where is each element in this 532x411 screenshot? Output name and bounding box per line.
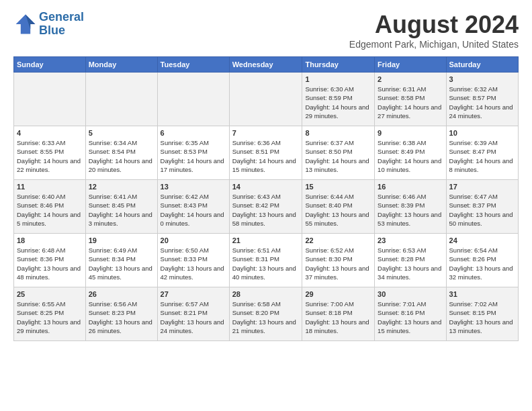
header-row: SundayMondayTuesdayWednesdayThursdayFrid… — [14, 57, 519, 73]
day-cell-24: 24Sunrise: 6:54 AM Sunset: 8:26 PM Dayli… — [446, 234, 518, 287]
day-number: 16 — [378, 183, 443, 191]
header: General Blue August 2024 Edgemont Park, … — [13, 11, 519, 50]
day-number: 7 — [232, 129, 300, 137]
logo: General Blue — [13, 11, 84, 38]
day-number: 20 — [161, 236, 226, 244]
day-cell-31: 31Sunrise: 7:02 AM Sunset: 8:15 PM Dayli… — [446, 287, 518, 341]
day-number: 11 — [17, 183, 83, 191]
day-cell-2: 2Sunrise: 6:31 AM Sunset: 8:58 PM Daylig… — [375, 73, 446, 126]
day-info: Sunrise: 6:58 AM Sunset: 8:20 PM Dayligh… — [232, 300, 300, 335]
day-number: 1 — [305, 75, 371, 83]
day-cell-27: 27Sunrise: 6:57 AM Sunset: 8:21 PM Dayli… — [157, 287, 229, 341]
week-row-2: 4Sunrise: 6:33 AM Sunset: 8:55 PM Daylig… — [14, 126, 519, 180]
day-number: 6 — [161, 129, 226, 137]
day-info: Sunrise: 6:55 AM Sunset: 8:25 PM Dayligh… — [17, 300, 83, 335]
day-number: 8 — [305, 129, 371, 137]
day-cell-1: 1Sunrise: 6:30 AM Sunset: 8:59 PM Daylig… — [302, 73, 375, 126]
header-cell-friday: Friday — [375, 57, 446, 73]
day-number: 14 — [232, 183, 300, 191]
day-number: 25 — [17, 290, 83, 298]
day-info: Sunrise: 6:33 AM Sunset: 8:55 PM Dayligh… — [17, 138, 83, 174]
page: General Blue August 2024 Edgemont Park, … — [0, 0, 532, 348]
day-cell-6: 6Sunrise: 6:35 AM Sunset: 8:53 PM Daylig… — [157, 126, 229, 180]
day-number: 23 — [378, 236, 443, 244]
day-cell-26: 26Sunrise: 6:56 AM Sunset: 8:23 PM Dayli… — [85, 287, 157, 341]
day-cell-empty — [229, 73, 302, 126]
day-cell-10: 10Sunrise: 6:39 AM Sunset: 8:47 PM Dayli… — [446, 126, 518, 180]
day-cell-8: 8Sunrise: 6:37 AM Sunset: 8:50 PM Daylig… — [302, 126, 375, 180]
day-cell-28: 28Sunrise: 6:58 AM Sunset: 8:20 PM Dayli… — [229, 287, 302, 341]
day-info: Sunrise: 6:54 AM Sunset: 8:26 PM Dayligh… — [449, 246, 515, 281]
day-cell-25: 25Sunrise: 6:55 AM Sunset: 8:25 PM Dayli… — [14, 287, 86, 341]
day-cell-20: 20Sunrise: 6:50 AM Sunset: 8:33 PM Dayli… — [157, 234, 229, 287]
day-cell-empty — [85, 73, 157, 126]
week-row-4: 18Sunrise: 6:48 AM Sunset: 8:36 PM Dayli… — [14, 234, 519, 287]
day-info: Sunrise: 6:41 AM Sunset: 8:45 PM Dayligh… — [89, 192, 154, 228]
day-info: Sunrise: 7:02 AM Sunset: 8:15 PM Dayligh… — [449, 300, 515, 335]
header-cell-wednesday: Wednesday — [229, 57, 302, 73]
location: Edgemont Park, Michigan, United States — [349, 39, 519, 50]
day-number: 9 — [378, 129, 443, 137]
day-info: Sunrise: 6:56 AM Sunset: 8:23 PM Dayligh… — [89, 300, 154, 335]
day-number: 5 — [89, 129, 154, 137]
day-cell-23: 23Sunrise: 6:53 AM Sunset: 8:28 PM Dayli… — [375, 234, 446, 287]
day-info: Sunrise: 7:01 AM Sunset: 8:16 PM Dayligh… — [378, 300, 443, 335]
day-cell-13: 13Sunrise: 6:42 AM Sunset: 8:43 PM Dayli… — [157, 180, 229, 234]
day-info: Sunrise: 6:32 AM Sunset: 8:57 PM Dayligh… — [449, 85, 515, 120]
day-cell-29: 29Sunrise: 7:00 AM Sunset: 8:18 PM Dayli… — [302, 287, 375, 341]
day-cell-22: 22Sunrise: 6:52 AM Sunset: 8:30 PM Dayli… — [302, 234, 375, 287]
day-cell-17: 17Sunrise: 6:47 AM Sunset: 8:37 PM Dayli… — [446, 180, 518, 234]
month-title: August 2024 — [349, 11, 519, 39]
calendar-table: SundayMondayTuesdayWednesdayThursdayFrid… — [13, 56, 519, 341]
day-info: Sunrise: 6:46 AM Sunset: 8:39 PM Dayligh… — [378, 192, 443, 228]
day-number: 15 — [305, 183, 371, 191]
day-number: 24 — [449, 236, 515, 244]
day-info: Sunrise: 6:35 AM Sunset: 8:53 PM Dayligh… — [161, 138, 226, 174]
day-info: Sunrise: 6:44 AM Sunset: 8:40 PM Dayligh… — [305, 192, 371, 228]
day-number: 13 — [161, 183, 226, 191]
day-cell-14: 14Sunrise: 6:43 AM Sunset: 8:42 PM Dayli… — [229, 180, 302, 234]
day-info: Sunrise: 6:48 AM Sunset: 8:36 PM Dayligh… — [17, 246, 83, 281]
day-cell-21: 21Sunrise: 6:51 AM Sunset: 8:31 PM Dayli… — [229, 234, 302, 287]
day-info: Sunrise: 6:37 AM Sunset: 8:50 PM Dayligh… — [305, 138, 371, 174]
day-cell-11: 11Sunrise: 6:40 AM Sunset: 8:46 PM Dayli… — [14, 180, 86, 234]
week-row-5: 25Sunrise: 6:55 AM Sunset: 8:25 PM Dayli… — [14, 287, 519, 341]
day-number: 10 — [449, 129, 515, 137]
day-number: 26 — [89, 290, 154, 298]
day-number: 21 — [232, 236, 300, 244]
logo-text: General Blue — [39, 11, 84, 38]
day-cell-12: 12Sunrise: 6:41 AM Sunset: 8:45 PM Dayli… — [85, 180, 157, 234]
day-info: Sunrise: 6:38 AM Sunset: 8:49 PM Dayligh… — [378, 138, 443, 174]
day-number: 2 — [378, 75, 443, 83]
day-info: Sunrise: 6:31 AM Sunset: 8:58 PM Dayligh… — [378, 85, 443, 120]
day-number: 19 — [89, 236, 154, 244]
day-number: 4 — [17, 129, 83, 137]
day-cell-7: 7Sunrise: 6:36 AM Sunset: 8:51 PM Daylig… — [229, 126, 302, 180]
header-cell-monday: Monday — [85, 57, 157, 73]
week-row-3: 11Sunrise: 6:40 AM Sunset: 8:46 PM Dayli… — [14, 180, 519, 234]
day-number: 29 — [305, 290, 371, 298]
logo-icon — [13, 12, 38, 36]
day-cell-15: 15Sunrise: 6:44 AM Sunset: 8:40 PM Dayli… — [302, 180, 375, 234]
day-number: 31 — [449, 290, 515, 298]
day-info: Sunrise: 6:40 AM Sunset: 8:46 PM Dayligh… — [17, 192, 83, 228]
header-cell-saturday: Saturday — [446, 57, 518, 73]
day-cell-30: 30Sunrise: 7:01 AM Sunset: 8:16 PM Dayli… — [375, 287, 446, 341]
header-cell-tuesday: Tuesday — [157, 57, 229, 73]
day-info: Sunrise: 6:57 AM Sunset: 8:21 PM Dayligh… — [161, 300, 226, 335]
day-cell-5: 5Sunrise: 6:34 AM Sunset: 8:54 PM Daylig… — [85, 126, 157, 180]
day-number: 30 — [378, 290, 443, 298]
day-info: Sunrise: 6:49 AM Sunset: 8:34 PM Dayligh… — [89, 246, 154, 281]
day-cell-empty — [14, 73, 86, 126]
day-info: Sunrise: 6:51 AM Sunset: 8:31 PM Dayligh… — [232, 246, 300, 281]
day-number: 18 — [17, 236, 83, 244]
day-cell-16: 16Sunrise: 6:46 AM Sunset: 8:39 PM Dayli… — [375, 180, 446, 234]
header-cell-thursday: Thursday — [302, 57, 375, 73]
day-info: Sunrise: 7:00 AM Sunset: 8:18 PM Dayligh… — [305, 300, 371, 335]
day-info: Sunrise: 6:43 AM Sunset: 8:42 PM Dayligh… — [232, 192, 300, 228]
day-number: 17 — [449, 183, 515, 191]
day-cell-4: 4Sunrise: 6:33 AM Sunset: 8:55 PM Daylig… — [14, 126, 86, 180]
day-info: Sunrise: 6:34 AM Sunset: 8:54 PM Dayligh… — [89, 138, 154, 174]
week-row-1: 1Sunrise: 6:30 AM Sunset: 8:59 PM Daylig… — [14, 73, 519, 126]
day-cell-9: 9Sunrise: 6:38 AM Sunset: 8:49 PM Daylig… — [375, 126, 446, 180]
